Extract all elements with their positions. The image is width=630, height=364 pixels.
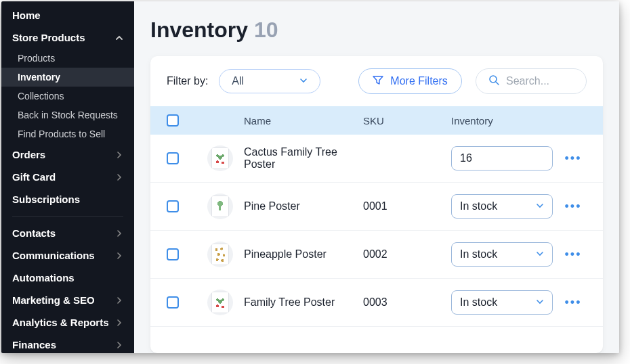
nav-finances-label: Finances: [12, 339, 56, 350]
chevron-right-icon: [115, 252, 123, 260]
more-actions-icon[interactable]: •••: [565, 296, 582, 310]
nav-communications-label: Communications: [12, 250, 95, 261]
select-all-checkbox[interactable]: [167, 114, 179, 127]
nav-gift-card[interactable]: Gift Card: [1, 166, 134, 188]
row-checkbox[interactable]: [167, 248, 179, 260]
col-sku: SKU: [363, 115, 451, 127]
search-icon: [488, 74, 499, 88]
inventory-value: 16: [460, 152, 472, 164]
nav-orders-label: Orders: [12, 149, 45, 160]
chevron-right-icon: [115, 341, 123, 349]
row-checkbox[interactable]: [167, 296, 179, 309]
nav-orders[interactable]: Orders: [1, 143, 134, 166]
inventory-input[interactable]: 16: [451, 146, 553, 170]
inventory-value: In stock: [460, 296, 497, 309]
nav-store-products[interactable]: Store Products: [1, 26, 134, 49]
filter-label: Filter by:: [167, 75, 208, 87]
product-thumbnail: [207, 194, 233, 219]
chevron-right-icon: [115, 151, 123, 159]
product-sku: 0002: [363, 248, 451, 260]
page-count: 10: [254, 18, 278, 42]
product-name[interactable]: Pine Poster: [244, 200, 363, 212]
product-thumbnail: [207, 290, 233, 315]
nav-marketing-label: Marketing & SEO: [12, 294, 95, 306]
nav-subscriptions[interactable]: Subscriptions: [1, 188, 134, 210]
nav-analytics-label: Analytics & Reports: [12, 317, 109, 328]
nav-finances[interactable]: Finances: [1, 334, 134, 353]
nav-marketing[interactable]: Marketing & SEO: [1, 289, 134, 311]
table-header: Name SKU Inventory: [150, 106, 603, 135]
col-inventory: Inventory: [451, 115, 560, 127]
more-filters-button[interactable]: More Filters: [358, 68, 461, 94]
sidebar: Home Store Products ProductsInventoryCol…: [1, 1, 134, 353]
nav-sub-find-products-to-sell[interactable]: Find Products to Sell: [1, 124, 134, 143]
inventory-value: In stock: [460, 200, 497, 212]
nav-home[interactable]: Home: [1, 1, 134, 26]
row-checkbox[interactable]: [167, 200, 179, 212]
chevron-down-icon: [536, 248, 544, 260]
filter-bar: Filter by: All More Filters: [150, 56, 603, 106]
chevron-right-icon: [115, 319, 123, 327]
table-row: Pineapple Poster0002In stock•••: [150, 231, 603, 279]
col-name: Name: [244, 115, 363, 127]
inventory-select[interactable]: In stock: [451, 290, 553, 315]
chevron-up-icon: [115, 34, 123, 42]
more-actions-icon[interactable]: •••: [565, 200, 582, 214]
nav-automations-label: Automations: [12, 272, 75, 283]
search-input[interactable]: [506, 75, 574, 87]
nav-home-label: Home: [12, 9, 41, 21]
nav-sub-products[interactable]: Products: [1, 49, 134, 68]
nav-contacts-label: Contacts: [12, 227, 56, 239]
product-name[interactable]: Pineapple Poster: [244, 248, 363, 260]
product-sku: 0003: [363, 296, 451, 309]
product-name[interactable]: Family Tree Poster: [244, 296, 363, 309]
product-sku: 0001: [363, 200, 451, 212]
chevron-down-icon: [299, 75, 308, 87]
product-name[interactable]: Cactus Family Tree Poster: [244, 146, 363, 170]
table-row: Pine Poster0001In stock•••: [150, 183, 603, 231]
nav-communications[interactable]: Communications: [1, 244, 134, 267]
nav-store-products-label: Store Products: [12, 32, 85, 43]
table-row: Family Tree Poster0003In stock•••: [150, 279, 603, 327]
nav-sub-back-in-stock-requests[interactable]: Back in Stock Requests: [1, 106, 134, 124]
chevron-right-icon: [115, 296, 123, 304]
chevron-right-icon: [115, 173, 123, 181]
filter-select-value: All: [232, 75, 244, 87]
nav-gift-card-label: Gift Card: [12, 171, 56, 183]
nav-analytics[interactable]: Analytics & Reports: [1, 311, 134, 334]
nav-sub-collections[interactable]: Collections: [1, 87, 134, 106]
more-actions-icon[interactable]: •••: [565, 152, 582, 166]
chevron-down-icon: [536, 200, 544, 212]
chevron-right-icon: [115, 229, 123, 237]
inventory-card: Filter by: All More Filters: [150, 56, 603, 353]
nav-sub-inventory[interactable]: Inventory: [1, 68, 134, 87]
search-field[interactable]: [476, 68, 587, 94]
filter-icon: [373, 74, 383, 88]
nav-automations[interactable]: Automations: [1, 267, 134, 289]
more-actions-icon[interactable]: •••: [565, 248, 582, 262]
row-checkbox[interactable]: [167, 152, 179, 164]
product-thumbnail: [207, 145, 233, 171]
inventory-select[interactable]: In stock: [451, 194, 553, 219]
nav-subscriptions-label: Subscriptions: [12, 194, 80, 205]
main-content: Inventory 10 Filter by: All More Filters: [134, 1, 619, 353]
product-thumbnail: [207, 242, 233, 267]
filter-select[interactable]: All: [219, 69, 320, 93]
chevron-down-icon: [536, 296, 544, 309]
table-row: Cactus Family Tree Poster16•••: [150, 135, 603, 183]
inventory-value: In stock: [460, 248, 497, 260]
divider: [12, 216, 123, 217]
inventory-select[interactable]: In stock: [451, 242, 553, 267]
more-filters-label: More Filters: [390, 75, 447, 87]
page-title: Inventory 10: [150, 18, 603, 43]
nav-contacts[interactable]: Contacts: [1, 222, 134, 244]
page-title-text: Inventory: [150, 18, 248, 42]
